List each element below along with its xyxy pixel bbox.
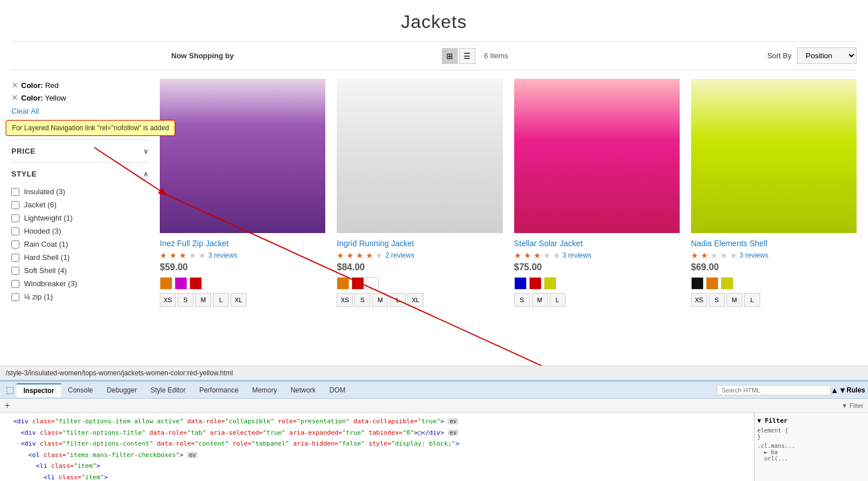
sort-select[interactable]: Position Name Price bbox=[797, 47, 857, 64]
devtools-content: <div class="filter-options-item allow ac… bbox=[0, 413, 868, 481]
checkbox-softshell[interactable] bbox=[11, 267, 19, 275]
filter-option-insulated[interactable]: Insulated (3) bbox=[11, 185, 148, 198]
size-s-nadia[interactable]: S bbox=[709, 293, 725, 307]
star1: ★ bbox=[337, 251, 344, 260]
inspector-pick-button[interactable]: ⬚ bbox=[3, 383, 17, 397]
filter-option-windbreaker[interactable]: Windbreaker (3) bbox=[11, 277, 148, 290]
size-m-ingrid[interactable]: M bbox=[372, 293, 388, 307]
star3: ★ bbox=[356, 251, 364, 260]
product-image-inez bbox=[160, 79, 325, 233]
checkbox-hardshell[interactable] bbox=[11, 254, 19, 262]
filter-option-raincoat[interactable]: Rain Coat (1) bbox=[11, 238, 148, 251]
size-m-stellar[interactable]: M bbox=[532, 293, 548, 307]
page-title: Jackets bbox=[11, 0, 857, 41]
search-prev-button[interactable]: ▲ bbox=[831, 386, 839, 395]
star1: ★ bbox=[160, 251, 167, 260]
swatch-orange-ingrid[interactable] bbox=[337, 277, 349, 290]
tab-inspector[interactable]: Inspector bbox=[17, 383, 61, 397]
filter-option-lightweight[interactable]: Lightweight (1) bbox=[11, 211, 148, 225]
filter-option-hooded[interactable]: Hooded (3) bbox=[11, 225, 148, 238]
size-xl-ingrid[interactable]: XL bbox=[407, 293, 423, 307]
grid-view-button[interactable]: ⊞ bbox=[442, 48, 458, 64]
reviews-link-inez[interactable]: 3 reviews bbox=[208, 251, 237, 259]
size-xs-nadia[interactable]: XS bbox=[691, 293, 707, 307]
swatch-purple-inez[interactable] bbox=[175, 277, 187, 290]
checkbox-jacket[interactable] bbox=[11, 201, 19, 209]
size-m-inez[interactable]: M bbox=[195, 293, 211, 307]
swatch-black-nadia[interactable] bbox=[691, 277, 704, 290]
star3: ★ bbox=[179, 251, 187, 260]
star3: ★ bbox=[710, 251, 718, 260]
swatch-red-stellar[interactable] bbox=[529, 277, 542, 290]
product-title-ingrid[interactable]: Ingrid Running Jacket bbox=[337, 239, 502, 248]
tab-performance[interactable]: Performance bbox=[192, 384, 245, 396]
tab-network[interactable]: Network bbox=[284, 384, 322, 396]
price-stellar: $75.00 bbox=[514, 262, 680, 272]
price-section-header[interactable]: PRICE ∨ bbox=[11, 140, 148, 162]
size-xl-inez[interactable]: XL bbox=[231, 293, 247, 307]
checkbox-insulated[interactable] bbox=[11, 188, 19, 196]
clear-all-link[interactable]: Clear All bbox=[11, 107, 148, 115]
swatch-orange-inez[interactable] bbox=[160, 277, 172, 290]
checkbox-hooded[interactable] bbox=[11, 227, 19, 235]
size-xs-inez[interactable]: XS bbox=[160, 293, 176, 307]
tab-console[interactable]: Console bbox=[61, 384, 100, 396]
size-xs-ingrid[interactable]: XS bbox=[337, 293, 353, 307]
size-l-stellar[interactable]: L bbox=[550, 293, 566, 307]
product-title-nadia[interactable]: Nadia Elements Shell bbox=[691, 239, 857, 248]
remove-filter-red[interactable]: ✕ bbox=[11, 81, 18, 90]
tab-memory[interactable]: Memory bbox=[245, 384, 284, 396]
checkbox-windbreaker[interactable] bbox=[11, 280, 19, 288]
filter-option-quarterzip[interactable]: ¼ zip (1) bbox=[11, 290, 148, 303]
checkbox-lightweight[interactable] bbox=[11, 214, 19, 222]
list-view-button[interactable]: ☰ bbox=[459, 48, 475, 64]
tab-dom[interactable]: DOM bbox=[322, 384, 352, 396]
rules-panel: ▼ Filter element { } .cl.mans... ► ba ur… bbox=[754, 413, 868, 481]
filter-option-softshell[interactable]: Soft Shell (4) bbox=[11, 264, 148, 277]
stars-inez: ★ ★ ★ ★ ★ 3 reviews bbox=[160, 251, 325, 260]
search-html-input[interactable] bbox=[717, 385, 831, 395]
remove-filter-yellow[interactable]: ✕ bbox=[11, 93, 18, 102]
size-m-nadia[interactable]: M bbox=[726, 293, 742, 307]
swatch-yellow-nadia[interactable] bbox=[721, 277, 733, 290]
size-s-stellar[interactable]: S bbox=[514, 293, 530, 307]
swatch-orange-nadia[interactable] bbox=[706, 277, 718, 290]
reviews-link-nadia[interactable]: 3 reviews bbox=[740, 251, 769, 259]
size-s-ingrid[interactable]: S bbox=[354, 293, 370, 307]
swatch-blue-stellar[interactable] bbox=[514, 277, 527, 290]
tab-style-editor[interactable]: Style Editor bbox=[144, 384, 192, 396]
size-l-ingrid[interactable]: L bbox=[390, 293, 406, 307]
size-l-inez[interactable]: L bbox=[213, 293, 229, 307]
filter-label-color1: Color: Red bbox=[21, 81, 59, 90]
filter-option-hardshell[interactable]: Hard Shell (1) bbox=[11, 251, 148, 264]
rules-panel-button[interactable]: Rules bbox=[846, 386, 865, 394]
sizes-nadia: XS S M L bbox=[691, 293, 857, 307]
star5: ★ bbox=[553, 251, 560, 260]
size-s-inez[interactable]: S bbox=[177, 293, 193, 307]
size-l-nadia[interactable]: L bbox=[744, 293, 760, 307]
checkbox-quarterzip[interactable] bbox=[11, 293, 19, 301]
filter-option-jacket[interactable]: Jacket (6) bbox=[11, 198, 148, 211]
star5: ★ bbox=[199, 251, 206, 260]
add-node-button[interactable]: + bbox=[5, 400, 10, 411]
star2: ★ bbox=[701, 251, 708, 260]
reviews-link-stellar[interactable]: 3 reviews bbox=[563, 251, 592, 259]
search-next-button[interactable]: ▼ bbox=[838, 386, 846, 395]
annotation-tooltip: For Layered Navigation link "rel="nofoll… bbox=[6, 120, 175, 136]
swatch-white-ingrid[interactable] bbox=[366, 277, 379, 290]
swatch-red-inez[interactable] bbox=[189, 277, 202, 290]
style-section-header[interactable]: STYLE ∧ bbox=[11, 163, 148, 185]
star3: ★ bbox=[534, 251, 541, 260]
star4: ★ bbox=[543, 251, 551, 260]
checkbox-raincoat[interactable] bbox=[11, 240, 19, 248]
product-title-inez[interactable]: Inez Full Zip Jacket bbox=[160, 239, 325, 248]
sidebar: ✕ Color: Red ✕ Color: Yellow Clear All S… bbox=[11, 79, 160, 309]
product-title-stellar[interactable]: Stellar Solar Jacket bbox=[514, 239, 680, 248]
swatch-yellow-stellar[interactable] bbox=[544, 277, 556, 290]
star4: ★ bbox=[720, 251, 728, 260]
tab-debugger[interactable]: Debugger bbox=[100, 384, 144, 396]
html-line-4: <ol class="items mans-filter-checkboxes"… bbox=[6, 450, 748, 461]
swatch-red-ingrid[interactable] bbox=[352, 277, 364, 290]
reviews-link-ingrid[interactable]: 2 reviews bbox=[385, 251, 414, 259]
style-chevron-icon: ∧ bbox=[143, 170, 149, 178]
